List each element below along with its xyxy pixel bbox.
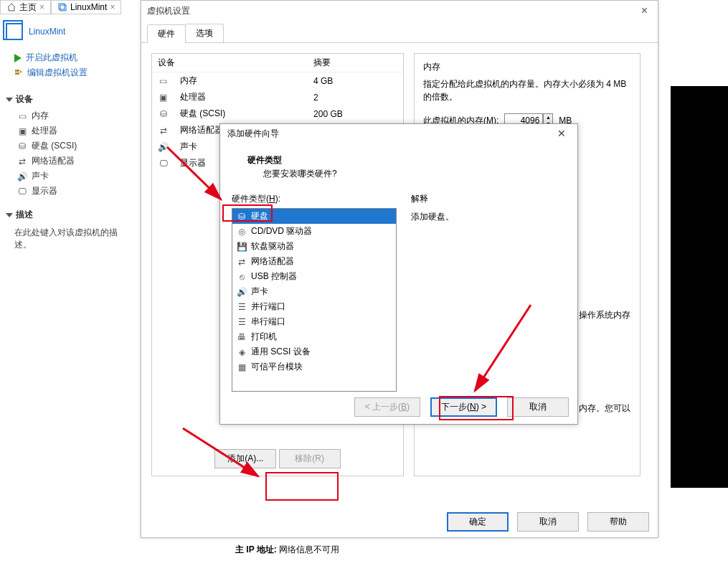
list-item[interactable]: ⎋USB 控制器: [232, 269, 396, 284]
list-item[interactable]: ⇄网络适配器: [17, 154, 131, 169]
add-hardware-wizard: 添加硬件向导 ✕ 硬件类型 您要安装哪类硬件? 硬件类型(H): ⛁硬盘 ◎CD…: [219, 123, 578, 425]
vm-description[interactable]: 在此处键入对该虚拟机的描述。: [0, 224, 136, 254]
list-item[interactable]: ◈通用 SCSI 设备: [232, 344, 396, 359]
col-device: 设备: [152, 54, 308, 72]
tab-home[interactable]: 主页 ×: [0, 0, 51, 14]
table-row[interactable]: ▭内存4 GB: [152, 72, 403, 90]
display-icon: 🖵: [152, 155, 174, 171]
vm-display-preview: [671, 86, 728, 488]
close-icon[interactable]: ×: [39, 2, 44, 12]
wizard-title: 添加硬件向导: [227, 128, 279, 140]
settings-title: 虚拟机设置: [147, 5, 190, 17]
list-item[interactable]: ⇄网络适配器: [232, 254, 396, 269]
caret-down-icon: [6, 213, 13, 217]
network-icon: ⇄: [17, 156, 27, 166]
ip-info: 主 IP 地址: 网络信息不可用: [235, 544, 339, 556]
action-power-on[interactable]: 开启此虚拟机: [14, 50, 131, 65]
list-item[interactable]: 🖶打印机: [232, 329, 396, 344]
next-button[interactable]: 下一步(N) >: [430, 397, 497, 417]
wizard-header: 硬件类型 您要安装哪类硬件?: [220, 143, 577, 190]
floppy-icon: 💾: [237, 242, 247, 252]
list-item[interactable]: ▣处理器: [17, 123, 131, 138]
list-item[interactable]: 🔊声卡: [232, 284, 396, 299]
tab-vm-label: LinuxMint: [70, 2, 107, 12]
list-item[interactable]: ◎CD/DVD 驱动器: [232, 224, 396, 239]
disk-icon: ⛁: [152, 105, 174, 122]
settings-tabs: 硬件 选项: [141, 24, 658, 43]
vm-title: LinuxMint: [0, 14, 136, 50]
action-edit-label: 编辑虚拟机设置: [27, 67, 88, 79]
vm-title-text: LinuxMint: [29, 27, 65, 37]
wizard-footer: < 上一步(B) 下一步(N) > 取消: [354, 397, 569, 417]
section-desc-label: 描述: [16, 209, 33, 221]
edit-icon: [14, 69, 23, 77]
back-button[interactable]: < 上一步(B): [354, 397, 420, 417]
section-devices-label: 设备: [16, 93, 33, 105]
cancel-button[interactable]: 取消: [517, 512, 579, 532]
cd-icon: ◎: [237, 227, 247, 237]
home-icon: [6, 2, 16, 12]
disk-icon: ⛁: [17, 141, 27, 151]
close-icon[interactable]: ×: [110, 2, 115, 12]
cpu-icon: ▣: [152, 89, 174, 105]
network-icon: ⇄: [152, 122, 174, 138]
printer-icon: 🖶: [237, 332, 247, 342]
tab-hardware[interactable]: 硬件: [147, 24, 186, 43]
section-desc[interactable]: 描述: [0, 202, 136, 224]
wizard-titlebar: 添加硬件向导 ✕: [220, 124, 577, 143]
memory-hint-os: 操作系统内存: [579, 308, 728, 322]
settings-footer: 确定 取消 帮助: [447, 512, 649, 532]
memory-group-label: 内存: [423, 61, 631, 73]
col-summary: 摘要: [308, 54, 403, 72]
vm-actions: 开启此虚拟机 编辑虚拟机设置: [0, 50, 136, 86]
add-hardware-button[interactable]: 添加(A)...: [214, 449, 276, 468]
table-row[interactable]: ▣处理器2: [152, 89, 403, 105]
list-item[interactable]: ▭内存: [17, 108, 131, 123]
list-item[interactable]: ⛁硬盘: [232, 209, 396, 224]
list-item[interactable]: 🖵显示器: [17, 184, 131, 199]
help-button[interactable]: 帮助: [587, 512, 649, 532]
sidebar: LinuxMint 开启此虚拟机 编辑虚拟机设置 设备 ▭内存 ▣处理器 ⛁硬盘…: [0, 14, 136, 254]
list-item[interactable]: ▦可信平台模块: [232, 359, 396, 374]
svg-rect-1: [60, 5, 66, 11]
list-item[interactable]: 💾软盘驱动器: [232, 239, 396, 254]
action-power-on-label: 开启此虚拟机: [26, 52, 77, 64]
tpm-icon: ▦: [237, 362, 247, 372]
usb-icon: ⎋: [237, 272, 247, 282]
network-icon: ⇄: [237, 257, 247, 267]
document-tabs: 主页 × LinuxMint ×: [0, 0, 121, 14]
explain-text: 添加硬盘。: [411, 211, 566, 223]
section-devices[interactable]: 设备: [0, 86, 136, 108]
explain-label: 解释: [411, 193, 566, 205]
remove-hardware-button[interactable]: 移除(R): [279, 449, 341, 468]
tab-vm[interactable]: LinuxMint ×: [51, 0, 121, 14]
list-item[interactable]: ☰串行端口: [232, 314, 396, 329]
serial-port-icon: ☰: [237, 317, 247, 327]
parallel-port-icon: ☰: [237, 302, 247, 312]
list-item[interactable]: 🔊声卡: [17, 169, 131, 184]
hardware-type-list[interactable]: ⛁硬盘 ◎CD/DVD 驱动器 💾软盘驱动器 ⇄网络适配器 ⎋USB 控制器 🔊…: [232, 208, 397, 392]
sound-icon: 🔊: [17, 171, 27, 181]
cpu-icon: ▣: [17, 126, 27, 136]
tab-options[interactable]: 选项: [185, 24, 224, 42]
sound-icon: 🔊: [152, 138, 174, 155]
sidebar-device-list: ▭内存 ▣处理器 ⛁硬盘 (SCSI) ⇄网络适配器 🔊声卡 🖵显示器: [0, 108, 136, 202]
play-icon: [14, 54, 22, 62]
cancel-button[interactable]: 取消: [507, 397, 569, 417]
spin-up-icon[interactable]: ▲: [544, 114, 552, 121]
close-icon[interactable]: ✕: [553, 126, 570, 141]
memory-icon: ▭: [152, 72, 174, 90]
sound-icon: 🔊: [237, 287, 247, 297]
action-edit-settings[interactable]: 编辑虚拟机设置: [14, 65, 131, 80]
list-item[interactable]: ☰并行端口: [232, 299, 396, 314]
ok-button[interactable]: 确定: [447, 512, 509, 532]
wizard-subheading: 您要安装哪类硬件?: [232, 168, 566, 180]
table-row[interactable]: ⛁硬盘 (SCSI)200 GB: [152, 105, 403, 122]
close-icon[interactable]: ×: [637, 3, 652, 19]
disk-icon: ⛁: [237, 212, 247, 222]
caret-down-icon: [6, 98, 13, 102]
memory-hint-more: 内存。您可以: [579, 402, 728, 415]
scsi-icon: ◈: [237, 347, 247, 357]
list-item[interactable]: ⛁硬盘 (SCSI): [17, 138, 131, 154]
wizard-heading: 硬件类型: [232, 150, 566, 168]
